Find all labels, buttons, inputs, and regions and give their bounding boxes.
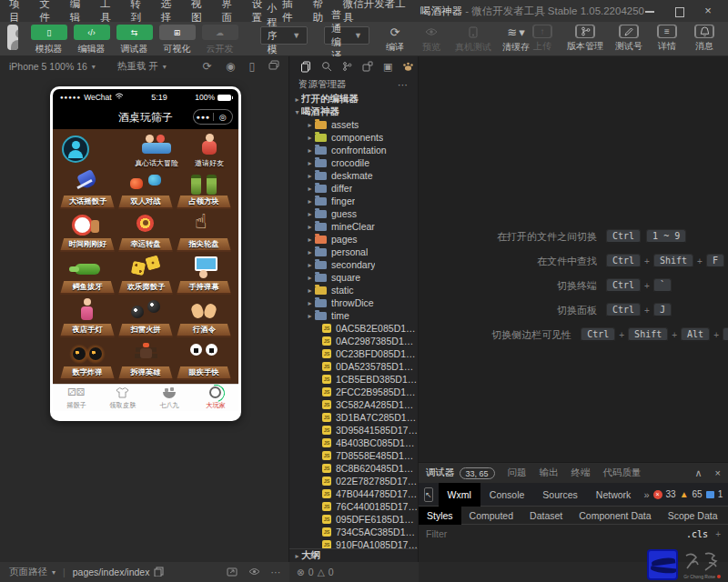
file-7D8558E485D172BF1B...[interactable]: JS7D8558E485D172BF1B... [289, 449, 418, 462]
menu-item-界面[interactable]: 界面 [221, 0, 239, 25]
minimize-icon[interactable] [644, 5, 655, 16]
panel-tab-输出[interactable]: 输出 [540, 467, 559, 479]
file-095DFE6185D172BF6F...[interactable]: JS095DFE6185D172BF6F... [289, 513, 418, 526]
file-1CB5EBD385D172BF7A...[interactable]: JS1CB5EBD385D172BF7A... [289, 373, 418, 386]
menu-item-文件[interactable]: 文件 [39, 0, 57, 25]
devtools-tab-Wxml[interactable]: Wxml [439, 483, 480, 507]
file-76C4400185D172BF10...[interactable]: JS76C4400185D172BF10... [289, 500, 418, 513]
file-4B403BC085D172BF2D...[interactable]: JS4B403BC085D172BF2D... [289, 436, 418, 449]
collapse-panel-icon[interactable]: ∧ [695, 467, 703, 479]
devtools-tab-Network[interactable]: Network [587, 483, 641, 507]
close-panel-icon[interactable]: × [715, 467, 721, 479]
game-欢乐掷骰子[interactable]: 欢乐掷骰子 [116, 253, 175, 295]
folder-crocodile[interactable]: ▸crocodile [289, 156, 418, 169]
panel-tab-调试器[interactable]: 调试器33, 65 [426, 467, 495, 479]
file-0DA5235785D172BF6B...[interactable]: JS0DA5235785D172BF6B... [289, 360, 418, 373]
folder-personal[interactable]: ▸personal [289, 246, 418, 258]
save-icon[interactable]: ▣ [383, 61, 392, 73]
mode-button-调试器[interactable]: ⇆调试器 [115, 25, 155, 55]
menu-item-编辑[interactable]: 编辑 [70, 0, 88, 25]
maximize-icon[interactable] [673, 5, 684, 16]
mode-button-可视化[interactable]: ⊞可视化 [157, 25, 197, 55]
paw-icon[interactable] [402, 61, 414, 72]
folder-pages[interactable]: ▸pages [289, 233, 418, 246]
style-tab-Dataset[interactable]: Dataset [521, 507, 571, 525]
multi-window-icon[interactable] [268, 60, 279, 73]
file-3D1BA7C285D172BF5B...[interactable]: JS3D1BA7C285D172BF5B... [289, 411, 418, 424]
folder-components[interactable]: ▸components [289, 131, 418, 144]
game-鳄鱼拔牙[interactable]: 鳄鱼拔牙 [58, 253, 116, 295]
menu-item-选择[interactable]: 选择 [161, 0, 179, 25]
game-扫雷火拼[interactable]: 扫雷火拼 [116, 296, 175, 337]
device-select[interactable]: iPhone 5 100% 16 [9, 61, 87, 72]
promo-真心话大冒险[interactable]: 真心话大冒险 [133, 132, 180, 168]
game-拆弹英雄[interactable]: 拆弹英雄 [116, 338, 175, 380]
panel-tab-代码质量[interactable]: 代码质量 [603, 467, 642, 479]
file-0AC2987385D172BF6C...[interactable]: JS0AC2987385D172BF6C... [289, 335, 418, 347]
rotate-icon[interactable]: ⟳ [203, 60, 212, 73]
file-0C23BFD085D172BF6A...[interactable]: JS0C23BFD085D172BF6A... [289, 347, 418, 360]
menu-item-微信开发者工具[interactable]: 微信开发者工具 [343, 0, 408, 25]
devtools-tab-Console[interactable]: Console [480, 483, 534, 507]
tab-摇骰子[interactable]: ⚂⚄摇骰子 [53, 385, 99, 411]
folder-guess[interactable]: ▸guess [289, 207, 418, 220]
element-picker-icon[interactable]: ↖ [424, 487, 433, 502]
mode-button-编辑器[interactable]: ‹/›编辑器 [72, 25, 112, 55]
menu-item-视图[interactable]: 视图 [191, 0, 209, 25]
console-counts[interactable]: × 33 ▲ 65 1 [653, 489, 723, 499]
folder-time[interactable]: ▸time [289, 309, 418, 322]
game-指尖轮盘[interactable]: 指尖轮盘 [175, 210, 233, 252]
game-占领方块[interactable]: 占领方块 [175, 167, 233, 209]
promo-邀请好友[interactable]: 邀请好友 [186, 132, 233, 168]
action-清缓存[interactable]: ≋▾清缓存 [502, 25, 530, 54]
mode-button-云开发[interactable]: ☁云开发 [200, 25, 240, 55]
add-style-icon[interactable]: + [715, 529, 721, 539]
style-tab-Styles[interactable]: Styles [419, 507, 461, 525]
outline-section[interactable]: ▸ 大纲 [289, 548, 418, 562]
style-tab-Scope Data[interactable]: Scope Data [660, 507, 726, 525]
mode-button-模拟器[interactable]: ▯模拟器 [29, 25, 69, 55]
avatar[interactable] [7, 25, 18, 50]
game-幸运转盘[interactable]: 幸运转盘 [116, 210, 175, 252]
game-时间刚刚好[interactable]: 时间刚刚好 [58, 210, 116, 252]
game-夜店手灯[interactable]: 夜店手灯 [58, 296, 116, 337]
file-8C8B620485D172BFEA...[interactable]: JS8C8B620485D172BFEA... [289, 462, 418, 475]
problems-summary[interactable]: ⊗ 0 △ 0 [289, 562, 419, 582]
search-icon[interactable] [321, 61, 332, 72]
tab-七八九[interactable]: 七八九 [146, 385, 192, 411]
style-tab-Computed[interactable]: Computed [461, 507, 521, 525]
game-眼疾手快[interactable]: 眼疾手快 [175, 338, 233, 380]
folder-mineClear[interactable]: ▸mineClear [289, 220, 418, 233]
section-喝酒神器[interactable]: ▾喝酒神器 [289, 105, 418, 118]
record-icon[interactable]: ◉ [226, 60, 235, 73]
game-双人对战[interactable]: 双人对战 [116, 167, 175, 209]
action-编译[interactable]: ⟳编译 [382, 25, 408, 54]
menu-item-帮助[interactable]: 帮助 [312, 0, 330, 25]
filter-input[interactable] [426, 528, 686, 539]
open-window-icon[interactable] [227, 567, 238, 578]
game-手持弹幕[interactable]: 手持弹幕 [175, 253, 233, 295]
panel-tab-问题[interactable]: 问题 [508, 467, 527, 479]
folder-confrontation[interactable]: ▸confrontation [289, 144, 418, 156]
folder-static[interactable]: ▸static [289, 284, 418, 296]
action-版本管理[interactable]: 版本管理 [567, 25, 603, 53]
action-消息[interactable]: 消息 [692, 25, 717, 53]
section-打开的编辑器[interactable]: ▸打开的编辑器 [289, 93, 418, 105]
folder-assets[interactable]: ▸assets [289, 118, 418, 131]
folder-throwDice[interactable]: ▸throwDice [289, 296, 418, 309]
more-icon[interactable]: ●●● [194, 114, 213, 120]
exit-icon[interactable]: ◎ [214, 113, 233, 122]
panel-tab-终端[interactable]: 终端 [571, 467, 591, 479]
page-path-label[interactable]: 页面路径 [9, 566, 47, 578]
tab-overflow-icon[interactable]: » [643, 489, 649, 500]
folder-square[interactable]: ▸square [289, 271, 418, 284]
file-734C5AC385D172BF15...[interactable]: JS734C5AC385D172BF15... [289, 526, 418, 538]
git-branch-icon[interactable] [342, 61, 352, 72]
file-0AC5B2E085D172BF6C...[interactable]: JS0AC5B2E085D172BF6C... [289, 322, 418, 335]
game-大话摇骰子[interactable]: 大话摇骰子 [58, 167, 116, 209]
file-910F0A1085D172BFF7...[interactable]: JS910F0A1085D172BFF7... [289, 538, 418, 548]
file-3D95841585D172BF5B...[interactable]: JS3D95841585D172BF5B... [289, 424, 418, 436]
more-actions-icon[interactable]: ⋯ [398, 79, 409, 91]
files-icon[interactable] [300, 61, 311, 73]
puzzle-icon[interactable] [362, 61, 373, 72]
